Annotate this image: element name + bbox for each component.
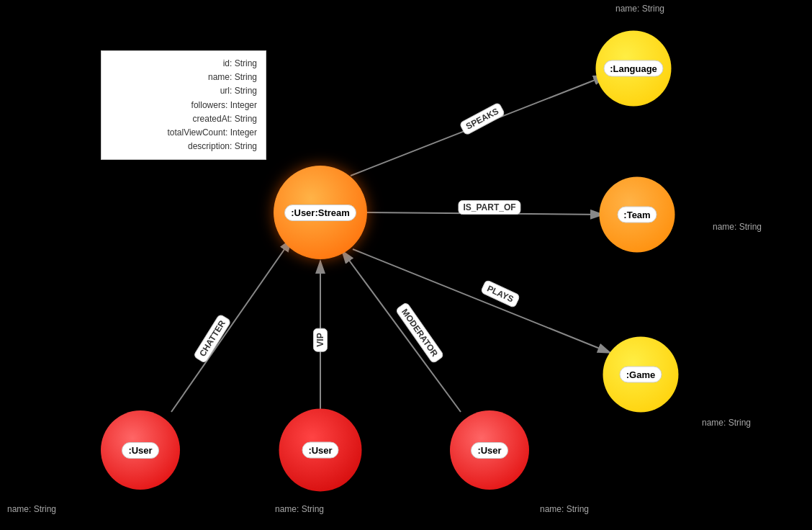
is-part-of-edge-label: IS_PART_OF (458, 200, 520, 215)
prop-createdat: createdAt: String (110, 112, 257, 126)
user2-node[interactable]: :User (279, 409, 362, 492)
user3-property: name: String (540, 504, 589, 514)
center-node[interactable]: :User:Stream (274, 166, 367, 259)
user2-property: name: String (275, 504, 324, 514)
game-node[interactable]: :Game (603, 337, 679, 413)
game-node-label: :Game (620, 367, 662, 383)
language-node-label: :Language (603, 60, 664, 77)
prop-totalviewcount: totalViewCount: Integer (110, 126, 257, 140)
chatter-edge-label: CHATTER (193, 313, 232, 364)
user3-node[interactable]: :User (450, 410, 529, 490)
prop-url: url: String (110, 84, 257, 98)
plays-arrow (353, 249, 610, 353)
diagram-canvas: id: String name: String url: String foll… (0, 0, 812, 530)
user1-node[interactable]: :User (101, 410, 180, 490)
prop-id: id: String (110, 57, 257, 71)
user1-node-label: :User (122, 442, 158, 459)
moderator-edge-label: MODERATOR (395, 302, 445, 364)
prop-followers: followers: Integer (110, 99, 257, 112)
center-node-label: :User:Stream (284, 205, 356, 221)
center-property-box: id: String name: String url: String foll… (101, 50, 266, 160)
prop-name: name: String (110, 71, 257, 84)
user1-property: name: String (7, 504, 56, 514)
speaks-edge-label: SPEAKS (459, 102, 505, 135)
vip-edge-label: VIP (313, 328, 328, 351)
user3-node-label: :User (471, 442, 508, 459)
team-property: name: String (713, 222, 762, 232)
team-node[interactable]: :Team (600, 177, 675, 253)
team-node-label: :Team (617, 207, 657, 223)
language-node[interactable]: :Language (596, 31, 672, 107)
moderator-arrow (342, 251, 461, 412)
language-property: name: String (615, 4, 664, 14)
plays-edge-label: PLAYS (480, 279, 520, 308)
user2-node-label: :User (302, 442, 338, 459)
prop-description: description: String (110, 140, 257, 153)
game-property: name: String (702, 418, 751, 428)
chatter-arrow (171, 239, 292, 412)
